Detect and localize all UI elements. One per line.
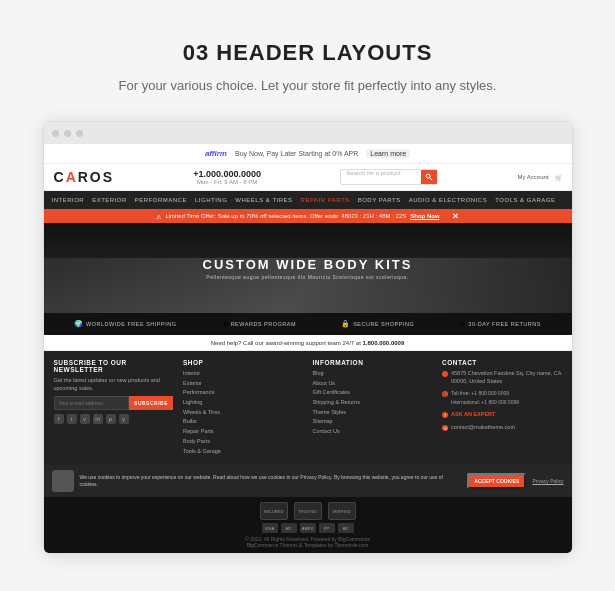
my-account[interactable]: My Account [517,174,548,181]
feature-secure-text: SECURE SHOPPING [353,321,414,327]
footer-info-col: INFORMATION Blog About Us Gift Certifica… [313,359,433,457]
shop-bulbs[interactable]: Bulbs [183,418,303,426]
nav-interior[interactable]: INTERIOR [52,197,85,203]
browser-dot-1 [52,130,59,137]
page-heading: 03 HEADER LAYOUTS [183,40,433,66]
amex-icon: AMEX [300,523,316,533]
search-box[interactable]: Search for a product [340,169,438,185]
feature-returns-text: 30-DAY FREE RETURNS [468,321,541,327]
info-contact[interactable]: Contact Us [313,428,433,436]
trust-badge-2: TRUSTED [294,502,322,520]
nav-performance[interactable]: PERFORMANCE [135,197,187,203]
info-gift[interactable]: Gift Certificates [313,389,433,397]
info-blog[interactable]: Blog [313,370,433,378]
intl-label: International: +1 800 000 0099 [451,399,519,406]
bottom-footer: SECURED TRUSTED VERIFIED VISA MC AMEX PP… [44,497,572,553]
applepay-icon: AP [338,523,354,533]
cookie-bar: We use cookies to improve your experienc… [44,465,572,497]
accept-cookies-button[interactable]: ACCEPT COOKIES [467,473,526,489]
social-facebook[interactable]: f [54,414,64,424]
promo-close[interactable]: ✕ [452,212,459,221]
shop-tools[interactable]: Tools & Garage [183,448,303,456]
social-vimeo[interactable]: v [80,414,90,424]
affirm-text: Buy Now, Pay Later Starting at 0% APR [235,150,358,157]
nav-tools[interactable]: TOOLS & GARAGE [495,197,555,203]
features-bar: 🌍 WORLDWIDE FREE SHIPPING ★ REWARDS PROG… [44,313,572,335]
cookie-avatar [52,470,74,492]
logo[interactable]: CAROS [54,168,115,186]
promo-bar: ⚠ Limited Time Offer: Sale up to 70% off… [44,209,572,223]
info-about[interactable]: About Us [313,380,433,388]
browser-bar [44,122,572,144]
secure-icon: 🔒 [341,320,350,328]
newsletter-title: SUBSCRIBE TO OUR NEWSLETTER [54,359,174,373]
support-text: Need help? Call our award-winning suppor… [211,340,404,346]
contact-address-item: 📍 45875 Chevetion Fassline Sq, City name… [442,370,562,387]
feature-returns: ↩ 30-DAY FREE RETURNS [459,320,541,328]
affirm-link[interactable]: Learn more [366,149,410,158]
payment-icons: VISA MC AMEX PP AP [54,523,562,533]
contact-address: 45875 Chevetion Fassline Sq, City name, … [451,370,562,385]
ask-expert[interactable]: ASK AN EXPERT [451,411,495,419]
trust-badge-1: SECURED [260,502,288,520]
privacy-policy-link[interactable]: Privacy Policy [532,478,563,484]
footer-contact-col: CONTACT 📍 45875 Chevetion Fassline Sq, C… [442,359,562,457]
expert-icon: ? [442,412,448,418]
newsletter-button[interactable]: SUBSCRIBE [129,396,173,410]
social-twitter[interactable]: t [67,414,77,424]
info-shipping[interactable]: Shipping & Returns [313,399,433,407]
hero-content: CUSTOM WIDE BODY KITS Pellentesque augue… [203,257,413,280]
promo-text: Limited Time Offer: Sale up to 70% off s… [165,213,406,219]
nav-audio[interactable]: AUDIO & ELECTRONICS [409,197,488,203]
shop-exterior[interactable]: Exterior [183,380,303,388]
shop-repair[interactable]: Repair Parts [183,428,303,436]
nav-repair[interactable]: REPAIR PARTS [301,197,350,203]
social-youtube[interactable]: y [119,414,129,424]
shop-wheels[interactable]: Wheels & Tires [183,409,303,417]
phone-box: +1.000.000.0000 Mon - Fri: 9 AM - 6 PM [193,169,261,185]
nav-lighting[interactable]: LIGHTING [195,197,227,203]
hero-section: CUSTOM WIDE BODY KITS Pellentesque augue… [44,223,572,313]
newsletter-input[interactable] [54,396,130,410]
contact-ask-item: ? ASK AN EXPERT [442,411,562,421]
visa-icon: VISA [262,523,278,533]
affirm-bar: affirm Buy Now, Pay Later Starting at 0%… [44,144,572,164]
email-icon: ✉ [442,425,448,431]
nav-exterior[interactable]: EXTERIOR [92,197,127,203]
nav-wheels[interactable]: WHEELS & TIRES [235,197,292,203]
hero-title: CUSTOM WIDE BODY KITS [203,257,413,272]
affirm-logo: affirm [205,149,227,158]
footer-newsletter-col: SUBSCRIBE TO OUR NEWSLETTER Get the late… [54,359,174,457]
newsletter-subtitle: Get the latest updates on new products a… [54,377,174,392]
contact-email: contact@maketheme.com [451,424,515,432]
page-wrapper: 03 HEADER LAYOUTS For your various choic… [0,0,615,591]
search-button[interactable] [421,170,437,184]
search-input[interactable]: Search for a product [341,170,421,184]
footer-section: SUBSCRIBE TO OUR NEWSLETTER Get the late… [44,351,572,465]
address-icon: 📍 [442,371,448,377]
cart-icon[interactable]: 🛒 [555,174,562,181]
shop-interior[interactable]: Interior [183,370,303,378]
social-linkedin[interactable]: in [93,414,103,424]
cookie-text: We use cookies to improve your experienc… [80,474,462,488]
shop-performance[interactable]: Performance [183,389,303,397]
nav-body[interactable]: BODY PARTS [358,197,401,203]
promo-link[interactable]: Shop Now [410,213,439,219]
social-pinterest[interactable]: p [106,414,116,424]
mc-icon: MC [281,523,297,533]
feature-rewards-text: REWARDS PROGRAM [231,321,296,327]
contact-title: CONTACT [442,359,562,366]
trust-badge-3: VERIFIED [328,502,356,520]
shop-body[interactable]: Body Parts [183,438,303,446]
feature-rewards: ★ REWARDS PROGRAM [222,320,296,328]
logo-text: CAROS [54,169,115,185]
info-sitemap[interactable]: Sitemap [313,418,433,426]
shop-lighting[interactable]: Lighting [183,399,303,407]
feature-shipping-text: WORLDWIDE FREE SHIPPING [86,321,176,327]
toll-free-label: Toll free: +1 800 000 0009 [451,390,519,397]
social-icons: f t v in p y [54,414,174,424]
search-icon [425,173,433,181]
feature-shipping: 🌍 WORLDWIDE FREE SHIPPING [74,320,176,328]
nav-bar: INTERIOR EXTERIOR PERFORMANCE LIGHTING W… [44,191,572,209]
info-theme[interactable]: Theme Styles [313,409,433,417]
